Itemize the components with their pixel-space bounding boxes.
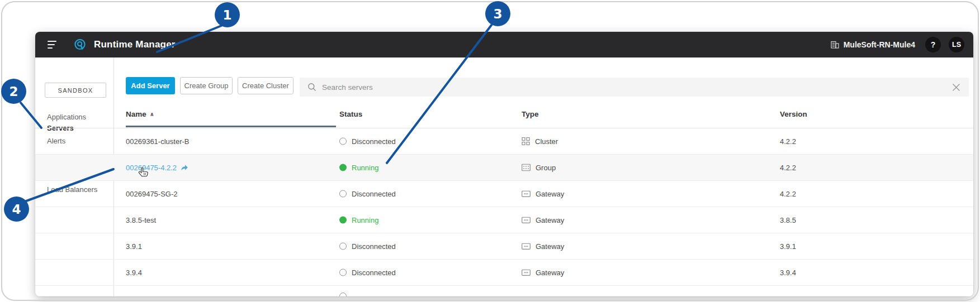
server-type: Gateway	[522, 269, 564, 277]
server-name: 00269361-cluster-B	[126, 137, 189, 146]
create-group-button[interactable]: Create Group	[180, 77, 233, 94]
group-icon	[522, 164, 531, 171]
table-row-partial[interactable]	[35, 286, 973, 296]
gateway-icon	[522, 269, 531, 276]
environment-selector[interactable]: SANDBOX	[45, 83, 106, 98]
column-header-status[interactable]: Status	[339, 110, 362, 118]
table-row[interactable]: 00269361-cluster-B Disconnected Cluster …	[35, 128, 973, 155]
gateway-icon	[522, 243, 531, 250]
page-title: Runtime Manager	[94, 39, 176, 50]
server-version: 4.2.2	[780, 190, 796, 198]
disconnected-status-icon	[339, 138, 347, 145]
column-header-type[interactable]: Type	[522, 110, 539, 118]
sidebar-item-applications[interactable]: Applications	[47, 113, 86, 121]
table-row[interactable]: 3.9.1 Disconnected Gateway 3.9.1	[35, 233, 973, 260]
runtime-manager-window: Runtime Manager MuleSoft-RN-Mule4 ? LS S…	[35, 32, 973, 296]
table-row[interactable]: 00269475-SG-2 Disconnected Gateway 4.2.2	[35, 181, 973, 207]
callout-badge-2: 2	[1, 79, 26, 104]
add-server-button[interactable]: Add Server	[126, 77, 175, 94]
server-version: 4.2.2	[780, 164, 796, 172]
gateway-icon	[522, 217, 531, 223]
app-header: Runtime Manager MuleSoft-RN-Mule4 ? LS	[35, 32, 973, 57]
table-row-hovered[interactable]: 00269475-4.2.2 Running Group	[35, 155, 973, 181]
server-version: 4.2.2	[780, 137, 796, 146]
server-type: Gateway	[522, 190, 564, 198]
server-name-link-cell: 00269475-4.2.2	[126, 164, 188, 172]
server-type: Gateway	[522, 216, 564, 224]
hamburger-menu-icon[interactable]	[48, 41, 58, 49]
organization-icon	[831, 41, 839, 49]
callout-badge-1: 1	[215, 2, 240, 27]
server-name: 00269475-SG-2	[126, 190, 178, 198]
column-header-version[interactable]: Version	[780, 110, 807, 118]
search-icon	[307, 83, 316, 92]
server-table: 00269361-cluster-B Disconnected Cluster …	[35, 128, 973, 296]
sort-ascending-icon: ∧	[150, 111, 154, 117]
org-name: MuleSoft-RN-Mule4	[844, 40, 915, 49]
server-link[interactable]: 00269475-4.2.2	[126, 164, 177, 172]
server-type: Group	[522, 164, 556, 172]
running-status-icon	[339, 164, 347, 171]
open-server-icon	[180, 164, 188, 171]
server-status: Disconnected	[339, 269, 396, 277]
server-name: 3.8.5-test	[126, 216, 156, 224]
server-name: 3.9.1	[126, 242, 142, 251]
server-status: Disconnected	[339, 242, 396, 251]
create-cluster-button[interactable]: Create Cluster	[238, 77, 293, 94]
anypoint-logo-icon	[73, 38, 87, 51]
running-status-icon	[339, 217, 347, 224]
help-button[interactable]: ?	[925, 37, 941, 52]
table-row[interactable]: 3.9.4 Disconnected Gateway 3.9.4	[35, 260, 973, 286]
clear-search-icon[interactable]	[951, 83, 961, 92]
server-name: 3.9.4	[126, 269, 142, 277]
callout-badge-4: 4	[4, 196, 29, 222]
status-icon-clipped	[339, 293, 347, 296]
sorted-column-underline	[126, 126, 336, 127]
table-row[interactable]: 3.8.5-test Running Gateway 3.8.5	[35, 207, 973, 233]
cluster-icon	[522, 137, 530, 146]
callout-badge-3: 3	[485, 1, 510, 26]
search-bar[interactable]	[300, 78, 969, 97]
server-status: Running	[339, 164, 378, 172]
server-status: Disconnected	[339, 137, 396, 146]
column-header-name[interactable]: Name∧	[126, 110, 154, 118]
disconnected-status-icon	[339, 269, 347, 276]
annotated-screenshot: Runtime Manager MuleSoft-RN-Mule4 ? LS S…	[0, 0, 980, 302]
server-version: 3.9.4	[780, 269, 796, 277]
org-switcher[interactable]: MuleSoft-RN-Mule4	[831, 40, 915, 49]
server-status: Running	[339, 216, 378, 224]
server-status: Disconnected	[339, 190, 396, 198]
gateway-icon	[522, 190, 531, 197]
server-type: Gateway	[522, 242, 564, 251]
disconnected-status-icon	[339, 243, 347, 250]
server-version: 3.8.5	[780, 216, 796, 224]
disconnected-status-icon	[339, 190, 347, 198]
search-input[interactable]	[322, 83, 951, 92]
server-type: Cluster	[522, 137, 558, 146]
server-version: 3.9.1	[780, 242, 796, 251]
user-avatar[interactable]: LS	[949, 37, 964, 52]
